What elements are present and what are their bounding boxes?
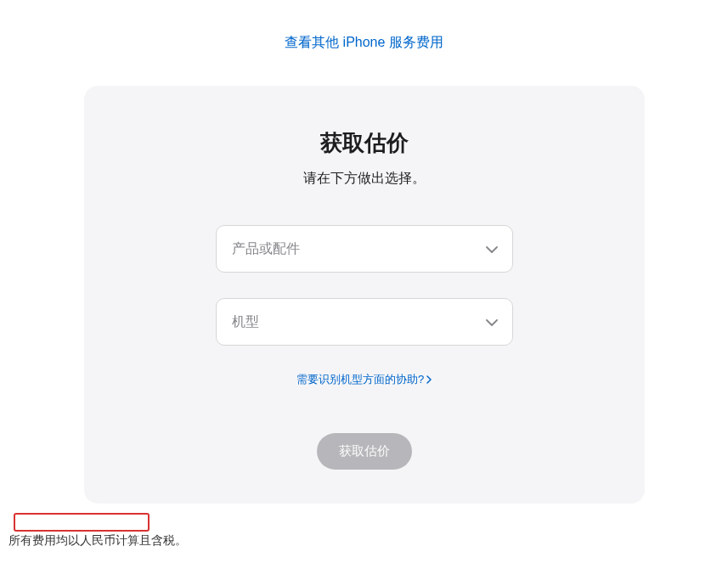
model-select[interactable]: 机型 — [216, 298, 513, 346]
other-services-link[interactable]: 查看其他 iPhone 服务费用 — [8, 34, 720, 52]
estimate-card: 获取估价 请在下方做出选择。 产品或配件 机型 需要识别机型方面的协助? 获取估… — [84, 86, 645, 504]
footer-tax-note: 所有费用均以人民币计算且含税。 — [8, 529, 720, 552]
get-estimate-button[interactable]: 获取估价 — [317, 433, 412, 470]
model-select-label: 机型 — [216, 298, 513, 346]
card-title: 获取估价 — [118, 128, 611, 158]
chevron-right-icon — [426, 374, 432, 386]
card-subtitle: 请在下方做出选择。 — [118, 170, 611, 188]
product-select-label: 产品或配件 — [216, 225, 513, 273]
help-link-text: 需要识别机型方面的协助? — [296, 372, 424, 387]
product-select[interactable]: 产品或配件 — [216, 225, 513, 273]
identify-model-help-link[interactable]: 需要识别机型方面的协助? — [296, 372, 432, 387]
